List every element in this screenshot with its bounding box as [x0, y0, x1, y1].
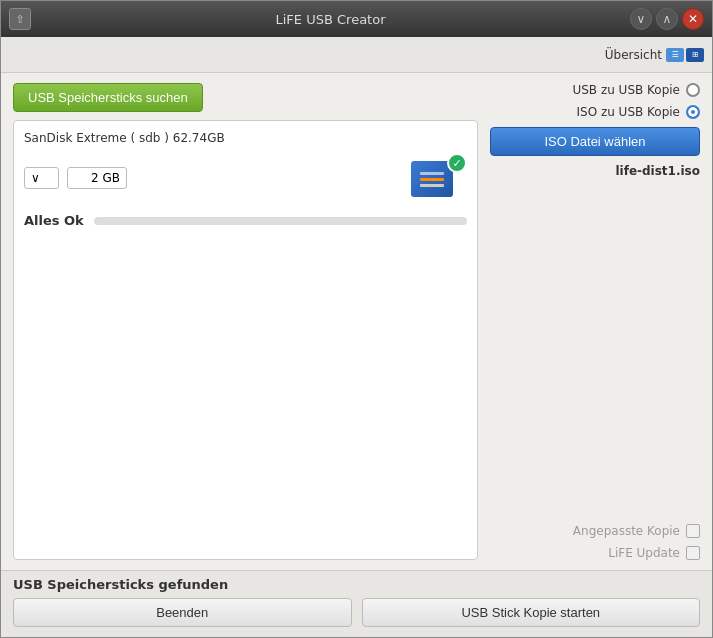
- titlebar: ⇧ LiFE USB Creator ∨ ∧ ✕: [1, 1, 712, 37]
- start-button[interactable]: USB Stick Kopie starten: [362, 598, 701, 627]
- usb-copy-radio[interactable]: [686, 83, 700, 97]
- usb-copy-row: USB zu USB Kopie: [490, 83, 700, 97]
- custom-copy-checkbox[interactable]: [686, 524, 700, 538]
- status-label: Alles Ok: [24, 213, 84, 228]
- device-row: ∨ 2 GB ✓: [24, 153, 467, 203]
- usb-check-icon: ✓: [447, 153, 467, 173]
- close-icon: ✕: [688, 12, 698, 26]
- chevron-down-icon: ∨: [31, 171, 40, 185]
- scan-button[interactable]: USB Speichersticks suchen: [13, 83, 203, 112]
- custom-copy-row: Angepasste Kopie: [490, 524, 700, 538]
- toolbar: Übersicht ☰ ⊞: [1, 37, 712, 73]
- iso-filename: life-dist1.iso: [490, 164, 700, 178]
- minimize-icon: ∨: [637, 12, 646, 26]
- nav-up-button[interactable]: ⇧: [9, 8, 31, 30]
- iso-select-button[interactable]: ISO Datei wählen: [490, 127, 700, 156]
- footer-buttons: Beenden USB Stick Kopie starten: [13, 598, 700, 627]
- iso-copy-row: ISO zu USB Kopie: [490, 105, 700, 119]
- right-spacer: [490, 186, 700, 516]
- main-window: ⇧ LiFE USB Creator ∨ ∧ ✕ Übersicht ☰: [0, 0, 713, 638]
- iso-copy-radio[interactable]: [686, 105, 700, 119]
- life-update-row: LiFE Update: [490, 546, 700, 560]
- overview-button[interactable]: Übersicht ☰ ⊞: [605, 48, 704, 62]
- usb-visual: ✓: [411, 153, 467, 203]
- size-value: 2 GB: [67, 167, 127, 189]
- footer-status: USB Speichersticks gefunden: [13, 577, 700, 592]
- usb-icon-area: ✓: [411, 153, 467, 203]
- list-icon: ☰: [666, 48, 684, 62]
- nav-up-icon: ⇧: [15, 13, 24, 26]
- partition-dropdown[interactable]: ∨: [24, 167, 59, 189]
- window-title: LiFE USB Creator: [31, 12, 630, 27]
- iso-copy-label: ISO zu USB Kopie: [576, 105, 680, 119]
- progress-bar: [94, 217, 467, 225]
- overview-icons: ☰ ⊞: [666, 48, 704, 62]
- overview-label: Übersicht: [605, 48, 662, 62]
- left-panel: USB Speichersticks suchen SanDisk Extrem…: [13, 83, 478, 560]
- status-row: Alles Ok: [24, 213, 467, 228]
- right-panel: USB zu USB Kopie ISO zu USB Kopie ISO Da…: [490, 83, 700, 560]
- device-box: SanDisk Extreme ( sdb ) 62.74GB ∨ 2 GB: [13, 120, 478, 560]
- main-content: USB Speichersticks suchen SanDisk Extrem…: [1, 73, 712, 570]
- footer: USB Speichersticks gefunden Beenden USB …: [1, 570, 712, 637]
- quit-button[interactable]: Beenden: [13, 598, 352, 627]
- device-name: SanDisk Extreme ( sdb ) 62.74GB: [24, 131, 467, 145]
- grid-icon: ⊞: [686, 48, 704, 62]
- life-update-checkbox[interactable]: [686, 546, 700, 560]
- maximize-button[interactable]: ∧: [656, 8, 678, 30]
- minimize-button[interactable]: ∨: [630, 8, 652, 30]
- maximize-icon: ∧: [663, 12, 672, 26]
- life-update-label: LiFE Update: [608, 546, 680, 560]
- custom-copy-label: Angepasste Kopie: [573, 524, 680, 538]
- close-button[interactable]: ✕: [682, 8, 704, 30]
- usb-copy-label: USB zu USB Kopie: [572, 83, 680, 97]
